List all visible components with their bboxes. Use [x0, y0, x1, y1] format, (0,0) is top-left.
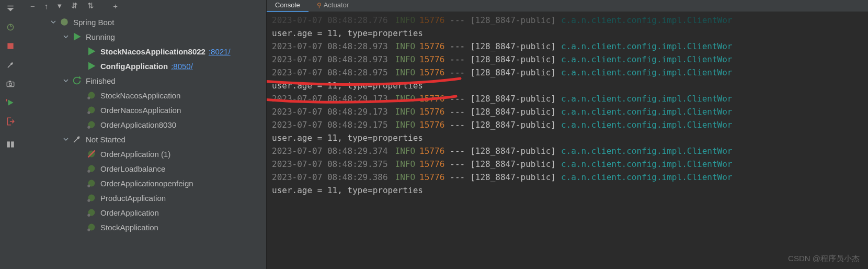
tree-node-running[interactable]: Running	[21, 29, 266, 44]
tab-console[interactable]: Console	[267, 0, 309, 12]
running-item-1[interactable]: ConfigApplication :8050/	[21, 59, 266, 73]
tree-toolbar: − ↑ ▾ ⇵ ⇅ +	[21, 0, 266, 12]
spring-dim-icon	[87, 164, 96, 173]
svg-point-13	[87, 126, 90, 129]
arrow-up-icon[interactable]: ↑	[44, 2, 49, 10]
minus-icon[interactable]: −	[30, 2, 35, 10]
log-message: user.age = 11, type=properties	[272, 27, 423, 40]
log-dash: ---	[450, 171, 465, 184]
console-line: 2023-07-07 08:48:29.374INFO15776---[128_…	[272, 144, 863, 158]
chevron-down-icon[interactable]	[62, 76, 70, 85]
chevron-down-icon[interactable]	[62, 135, 70, 143]
watermark: CSDN @程序员小杰	[788, 254, 860, 264]
tab-actuator[interactable]: ⚲Actuator	[309, 0, 357, 12]
log-thread: [128_8847-public]	[470, 144, 556, 158]
log-class: c.a.n.client.config.impl.ClientWor	[561, 66, 733, 79]
finished-item-1[interactable]: OrderNacosApplication	[21, 103, 266, 117]
spring-error-icon	[87, 149, 96, 159]
svg-point-16	[87, 170, 90, 173]
log-timestamp: 2023-07-07 08:48:29.173	[272, 92, 388, 105]
exit-icon[interactable]	[5, 116, 16, 127]
tree-node-springboot[interactable]: Spring Boot	[21, 15, 266, 29]
svg-rect-5	[7, 141, 10, 147]
app-name: ProductApplication	[100, 194, 166, 203]
svg-rect-4	[9, 81, 12, 82]
finished-item-0[interactable]: StockNacosApplication	[21, 88, 266, 103]
actuator-icon: ⚲	[317, 2, 322, 9]
wrench-icon[interactable]	[5, 60, 16, 70]
console-line: 2023-07-07 08:48:29.386INFO15776---[128_…	[272, 171, 863, 184]
log-message: user.age = 11, type=properties	[272, 79, 423, 92]
tree-node-finished[interactable]: Finished	[21, 73, 266, 88]
chevron-down-icon[interactable]	[62, 32, 70, 41]
svg-point-24	[87, 229, 90, 231]
svg-rect-1	[7, 43, 13, 49]
tab-label: Console	[275, 1, 300, 9]
chevron-down-icon[interactable]	[49, 18, 58, 26]
stop-icon[interactable]	[5, 41, 16, 51]
app-name: OrderLoadbalance	[100, 164, 165, 173]
log-thread: [128_8847-public]	[470, 92, 556, 105]
notstarted-item-2[interactable]: OrderApplicationopenfeign	[21, 176, 266, 190]
notstarted-item-5[interactable]: StockApplication	[21, 220, 266, 234]
spring-dim-icon	[87, 178, 96, 188]
notstarted-item-0[interactable]: OrderApplication (1)	[21, 147, 266, 161]
log-message: user.age = 11, type=properties	[272, 131, 423, 144]
notstarted-item-1[interactable]: OrderLoadbalance	[21, 161, 266, 176]
bug-rerun-icon[interactable]	[5, 22, 16, 32]
console-output[interactable]: 2023-07-07 08:48:28.776INFO15776---[128_…	[267, 12, 868, 269]
add-icon[interactable]: +	[113, 2, 118, 10]
layout-icon[interactable]	[5, 139, 16, 150]
run-dashboard-panel: − ↑ ▾ ⇵ ⇅ + Spring Boot Running	[21, 0, 267, 269]
log-class: c.a.n.client.config.impl.ClientWor	[561, 105, 733, 118]
console-line: 2023-07-07 08:48:28.776INFO15776---[128_…	[272, 14, 863, 27]
console-line: 2023-07-07 08:48:29.175INFO15776---[128_…	[272, 118, 863, 131]
running-item-0[interactable]: StockNacosApplication8022 :8021/	[21, 44, 266, 59]
console-line: user.age = 11, type=properties	[272, 27, 863, 40]
console-line: 2023-07-07 08:48:29.173INFO15776---[128_…	[272, 92, 863, 105]
log-class: c.a.n.client.config.impl.ClientWor	[561, 40, 733, 53]
console-line: 2023-07-07 08:48:28.975INFO15776---[128_…	[272, 66, 863, 79]
console-line: 2023-07-07 08:48:29.375INFO15776---[128_…	[272, 158, 863, 171]
rerun-green-icon[interactable]	[5, 97, 16, 108]
expand-icon[interactable]: ⇵	[71, 1, 78, 10]
log-level: INFO	[395, 171, 416, 184]
log-pid: 15776	[419, 40, 444, 53]
svg-point-11	[87, 111, 90, 114]
funnel-icon[interactable]: ▾	[58, 1, 62, 10]
log-pid: 15776	[419, 66, 444, 79]
notstarted-item-4[interactable]: OrderApplication	[21, 205, 266, 220]
log-dash: ---	[450, 66, 465, 79]
tree-label: Finished	[86, 76, 116, 85]
log-thread: [128_8847-public]	[470, 118, 556, 131]
app-name: OrderApplication	[100, 208, 159, 217]
log-pid: 15776	[419, 105, 444, 118]
camera-icon[interactable]	[5, 79, 16, 89]
wrench-small-icon	[72, 134, 82, 144]
log-timestamp: 2023-07-07 08:48:28.975	[272, 66, 388, 79]
log-timestamp: 2023-07-07 08:48:29.386	[272, 171, 388, 184]
log-level: INFO	[395, 14, 416, 27]
tree-label: Spring Boot	[73, 18, 114, 27]
finished-item-2[interactable]: OrderApplication8030	[21, 117, 266, 132]
spring-dim-icon	[87, 120, 96, 129]
app-name: ConfigApplication	[100, 62, 168, 71]
log-thread: [128_8847-public]	[470, 66, 556, 79]
tree-node-notstarted[interactable]: Not Started	[21, 132, 266, 147]
log-pid: 15776	[419, 14, 444, 27]
port-link[interactable]: :8021/	[209, 47, 231, 56]
spring-icon	[60, 17, 69, 27]
port-link[interactable]: :8050/	[171, 62, 193, 71]
log-class: c.a.n.client.config.impl.ClientWor	[561, 92, 733, 105]
log-timestamp: 2023-07-07 08:48:29.375	[272, 158, 388, 171]
tab-label: Actuator	[324, 1, 349, 9]
collapse-down-icon[interactable]	[5, 3, 16, 14]
notstarted-item-3[interactable]: ProductApplication	[21, 190, 266, 205]
svg-point-3	[9, 83, 12, 86]
app-name: StockApplication	[100, 223, 158, 232]
tree-label: Not Started	[86, 135, 125, 144]
spring-dim-icon	[87, 222, 96, 232]
log-thread: [128_8847-public]	[470, 40, 556, 53]
log-dash: ---	[450, 92, 465, 105]
collapse-icon[interactable]: ⇅	[87, 1, 94, 10]
